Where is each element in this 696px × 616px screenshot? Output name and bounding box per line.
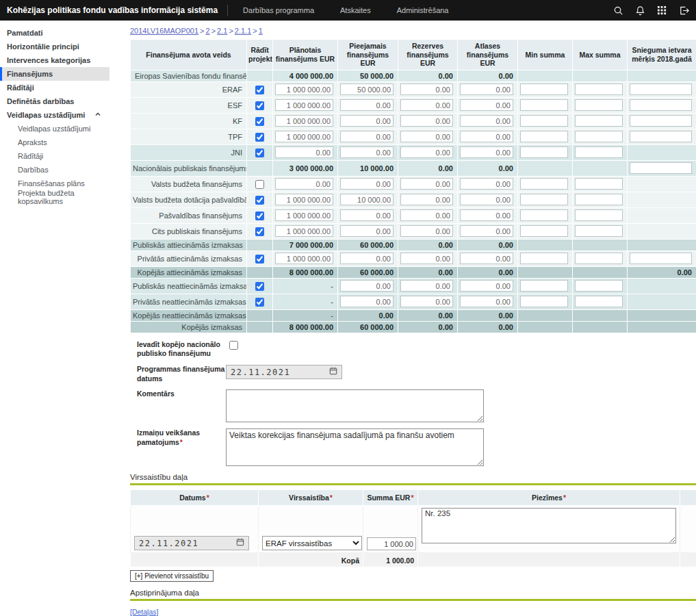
logout-icon[interactable] [679, 5, 689, 16]
sidebar-subitem[interactable]: Projekta budžeta kopsavilkums [0, 190, 109, 204]
amount-input[interactable] [340, 178, 394, 190]
amount-input[interactable] [520, 99, 568, 111]
sidebar-item[interactable]: Rādītāji [0, 81, 109, 94]
amount-input[interactable] [460, 131, 513, 142]
amount-input[interactable] [520, 131, 568, 142]
amount-input[interactable] [340, 131, 394, 142]
amount-input[interactable] [460, 225, 513, 237]
apps-icon[interactable] [657, 5, 667, 16]
amount-input[interactable] [520, 115, 568, 127]
amount-input[interactable] [460, 253, 513, 264]
breadcrumb-link[interactable]: 1 [259, 27, 263, 35]
amount-input[interactable] [340, 209, 394, 221]
show-in-project-checkbox[interactable] [255, 255, 264, 264]
amount-input[interactable] [575, 225, 623, 237]
virssaistiba-type-select[interactable]: ERAF virssaistības [262, 536, 362, 550]
amount-input[interactable] [460, 178, 513, 190]
show-in-project-checkbox[interactable] [255, 133, 264, 142]
amount-input[interactable] [520, 209, 568, 221]
amount-input[interactable] [575, 84, 623, 95]
amount-input[interactable] [575, 115, 623, 127]
sidebar-item[interactable]: Pamatdati [0, 26, 109, 40]
sidebar-item[interactable]: Veidlapas uzstādījumi [0, 108, 109, 122]
amount-input[interactable] [630, 99, 692, 111]
amount-input[interactable] [460, 115, 513, 127]
amount-input[interactable] [340, 146, 394, 158]
amount-input[interactable] [520, 253, 568, 264]
amount-input[interactable] [400, 194, 453, 205]
amount-input[interactable] [340, 115, 394, 127]
breadcrumb-link[interactable]: 2 [206, 27, 210, 35]
show-in-project-checkbox[interactable] [255, 180, 264, 189]
amount-input[interactable] [460, 194, 513, 205]
virssaistiba-sum-input[interactable] [367, 537, 416, 550]
top-nav-item[interactable]: Atskaites [340, 6, 371, 14]
amount-input[interactable] [630, 115, 692, 127]
amount-input[interactable] [275, 146, 333, 158]
amount-input[interactable] [460, 209, 513, 221]
show-in-project-checkbox[interactable] [255, 101, 264, 110]
breadcrumb-link[interactable]: 2.1.1 [235, 27, 251, 35]
details-link[interactable]: [Detaļas] [130, 608, 158, 616]
amount-input[interactable] [520, 280, 568, 292]
amount-input[interactable] [400, 131, 453, 142]
show-in-project-checkbox[interactable] [255, 86, 264, 94]
amount-input[interactable] [340, 84, 394, 95]
amount-input[interactable] [520, 84, 568, 95]
amount-input[interactable] [520, 178, 568, 190]
amount-input[interactable] [520, 194, 568, 205]
show-in-project-checkbox[interactable] [255, 211, 264, 220]
amount-input[interactable] [575, 209, 623, 221]
amount-input[interactable] [275, 115, 333, 127]
show-in-project-checkbox[interactable] [255, 196, 264, 205]
amount-input[interactable] [575, 131, 623, 142]
amount-input[interactable] [340, 225, 394, 237]
amount-input[interactable] [575, 194, 623, 205]
amount-input[interactable] [575, 253, 623, 264]
virssaistiba-notes-textarea[interactable]: Nr. 235 [422, 508, 676, 543]
amount-input[interactable] [275, 209, 333, 221]
notifications-icon[interactable] [635, 5, 645, 16]
amount-input[interactable] [630, 162, 692, 174]
sidebar-subitem[interactable]: Apraksts [0, 136, 109, 149]
amount-input[interactable] [400, 115, 453, 127]
amount-input[interactable] [400, 146, 453, 158]
amount-input[interactable] [400, 178, 453, 190]
amount-input[interactable] [275, 253, 333, 264]
sidebar-item[interactable]: Definētās darbības [0, 94, 109, 108]
amount-input[interactable] [400, 99, 453, 111]
reason-textarea[interactable]: Veiktas korekcijas finansējuma sadalījum… [226, 428, 484, 466]
amount-input[interactable] [400, 225, 453, 237]
amount-input[interactable] [400, 209, 453, 221]
sidebar-subitem[interactable]: Rādītāji [0, 149, 109, 163]
amount-input[interactable] [575, 296, 623, 307]
amount-input[interactable] [630, 253, 692, 264]
show-in-project-checkbox[interactable] [255, 149, 264, 157]
amount-input[interactable] [460, 99, 513, 111]
search-icon[interactable] [613, 5, 623, 16]
top-nav-item[interactable]: Darbības programma [243, 6, 314, 14]
amount-input[interactable] [460, 280, 513, 292]
amount-input[interactable] [340, 253, 394, 264]
amount-input[interactable] [400, 84, 453, 95]
comment-textarea[interactable] [226, 389, 484, 422]
amount-input[interactable] [460, 84, 513, 95]
amount-input[interactable] [340, 194, 394, 205]
amount-input[interactable] [400, 296, 453, 307]
amount-input[interactable] [275, 99, 333, 111]
show-in-project-checkbox[interactable] [255, 117, 264, 126]
national-funding-checkbox[interactable] [229, 341, 238, 350]
amount-input[interactable] [520, 146, 568, 158]
amount-input[interactable] [460, 296, 513, 307]
breadcrumb-link[interactable]: 2014LV16MAOP001 [130, 27, 198, 35]
amount-input[interactable] [340, 280, 394, 292]
show-in-project-checkbox[interactable] [255, 227, 264, 236]
sidebar-subitem[interactable]: Veidlapas uzstādījumi [0, 122, 109, 136]
sidebar-subitem[interactable]: Finansēšanas plāns [0, 177, 109, 190]
amount-input[interactable] [575, 146, 623, 158]
show-in-project-checkbox[interactable] [255, 298, 264, 307]
sidebar-item[interactable]: Intervences kategorijas [0, 53, 109, 67]
amount-input[interactable] [460, 146, 513, 158]
amount-input[interactable] [275, 131, 333, 142]
amount-input[interactable] [340, 296, 394, 307]
